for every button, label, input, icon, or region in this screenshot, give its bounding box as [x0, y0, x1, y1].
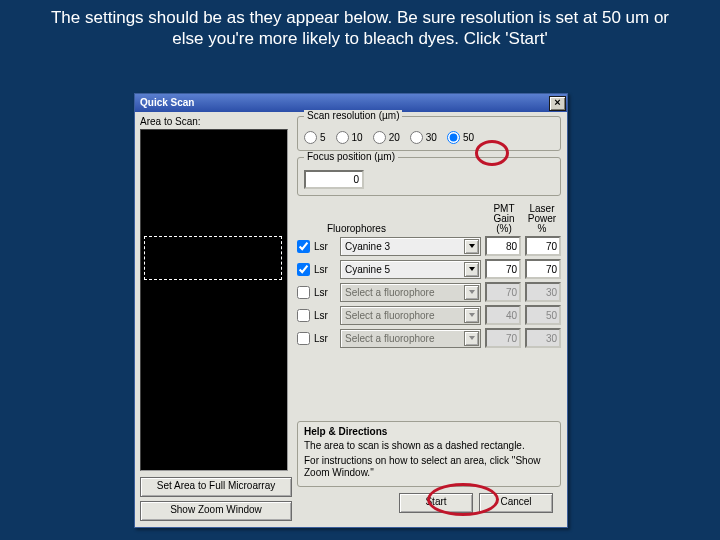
fluoro-row-5: Lsr Select a fluorophore — [297, 328, 561, 348]
scan-preview[interactable] — [140, 129, 288, 471]
help-section: Help & Directions The area to scan is sh… — [297, 421, 561, 487]
pmt-input-3 — [485, 282, 521, 302]
fluoro-select-3[interactable]: Select a fluorophore — [340, 283, 481, 302]
pmt-col-header: PMTGain (%) — [485, 204, 523, 234]
selection-rectangle[interactable] — [144, 236, 282, 280]
focus-input[interactable] — [304, 170, 364, 189]
pmt-input-2[interactable] — [485, 259, 521, 279]
fluoro-check-5[interactable] — [297, 332, 310, 345]
chevron-down-icon[interactable] — [464, 285, 479, 300]
fluoro-check-1[interactable] — [297, 240, 310, 253]
laser-input-3 — [525, 282, 561, 302]
res-radio-5[interactable]: 5 — [304, 131, 326, 144]
close-button[interactable]: × — [549, 96, 566, 111]
fluorophore-rows: Lsr Cyanine 3 Lsr Cyanine 5 Lsr Select a… — [297, 236, 561, 351]
quick-scan-dialog: Quick Scan × Area to Scan: Set Area to F… — [134, 93, 568, 528]
laser-input-5 — [525, 328, 561, 348]
pmt-input-1[interactable] — [485, 236, 521, 256]
chevron-down-icon[interactable] — [464, 331, 479, 346]
focus-position-group: Focus position (µm) — [297, 157, 561, 196]
chevron-down-icon[interactable] — [464, 262, 479, 277]
scan-resolution-group: Scan resolution (µm) 5 10 20 30 50 — [297, 116, 561, 151]
chevron-down-icon[interactable] — [464, 239, 479, 254]
laser-input-2[interactable] — [525, 259, 561, 279]
laser-input-4 — [525, 305, 561, 325]
res-radio-20[interactable]: 20 — [373, 131, 400, 144]
fluoro-select-4[interactable]: Select a fluorophore — [340, 306, 481, 325]
fluoro-row-1: Lsr Cyanine 3 — [297, 236, 561, 256]
res-radio-50[interactable]: 50 — [447, 131, 474, 144]
set-area-button[interactable]: Set Area to Full Microarray — [140, 477, 292, 497]
area-caption: Area to Scan: — [140, 116, 292, 127]
show-zoom-button[interactable]: Show Zoom Window — [140, 501, 292, 521]
fluoro-select-1[interactable]: Cyanine 3 — [340, 237, 481, 256]
help-line-1: The area to scan is shown as a dashed re… — [304, 440, 554, 452]
fluoro-select-5[interactable]: Select a fluorophore — [340, 329, 481, 348]
fluorophores-label: Fluorophores — [327, 223, 387, 234]
res-radio-30[interactable]: 30 — [410, 131, 437, 144]
help-title: Help & Directions — [304, 426, 554, 437]
start-button[interactable]: Start — [399, 493, 473, 513]
instruction-text: The settings should be as they appear be… — [0, 0, 720, 54]
dialog-title: Quick Scan — [140, 94, 194, 112]
fluoro-check-4[interactable] — [297, 309, 310, 322]
fluoro-check-2[interactable] — [297, 263, 310, 276]
pmt-input-4 — [485, 305, 521, 325]
laser-input-1[interactable] — [525, 236, 561, 256]
fluoro-select-2[interactable]: Cyanine 5 — [340, 260, 481, 279]
scan-resolution-legend: Scan resolution (µm) — [304, 110, 402, 121]
pmt-input-5 — [485, 328, 521, 348]
laser-col-header: LaserPower % — [523, 204, 561, 234]
res-radio-10[interactable]: 10 — [336, 131, 363, 144]
fluoro-row-4: Lsr Select a fluorophore — [297, 305, 561, 325]
focus-legend: Focus position (µm) — [304, 151, 398, 162]
fluoro-check-3[interactable] — [297, 286, 310, 299]
help-line-2: For instructions on how to select an are… — [304, 455, 554, 479]
fluoro-row-2: Lsr Cyanine 5 — [297, 259, 561, 279]
cancel-button[interactable]: Cancel — [479, 493, 553, 513]
chevron-down-icon[interactable] — [464, 308, 479, 323]
fluoro-row-3: Lsr Select a fluorophore — [297, 282, 561, 302]
